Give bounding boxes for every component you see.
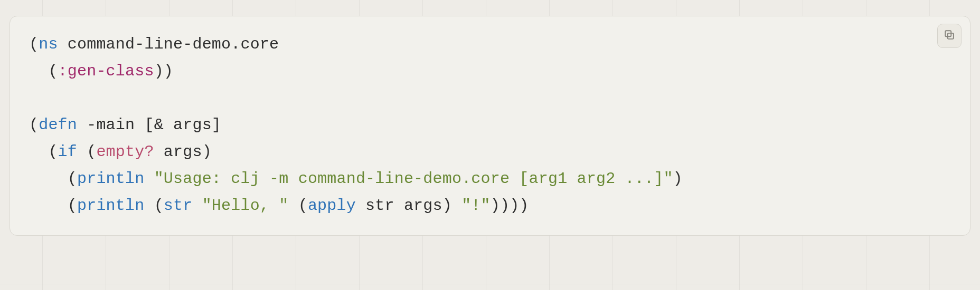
paren: (	[87, 143, 96, 161]
fn-empty: empty?	[96, 143, 154, 161]
paren: )	[491, 197, 500, 215]
code-content: (ns command-line-demo.core (:gen-class))…	[29, 31, 951, 219]
kw-defn: defn	[39, 116, 77, 134]
string-literal: "Usage: clj -m command-line-demo.core [a…	[154, 170, 673, 188]
fn-println: println	[77, 170, 144, 188]
space	[77, 143, 87, 161]
paren: (	[48, 143, 58, 161]
space	[144, 170, 154, 188]
code-block: (ns command-line-demo.core (:gen-class))…	[10, 16, 970, 236]
paren: )	[164, 62, 173, 80]
paren: )	[673, 170, 683, 188]
copy-button[interactable]	[937, 24, 962, 48]
kw-gen-class: :gen-class	[58, 62, 154, 80]
bracket: ]	[212, 116, 221, 134]
namespace: command-line-demo.core	[68, 35, 279, 53]
space	[77, 116, 87, 134]
arg: args	[404, 197, 442, 215]
space	[288, 197, 298, 215]
fn-name: -main	[87, 116, 135, 134]
space	[192, 197, 202, 215]
indent	[29, 143, 48, 161]
kw-if: if	[58, 143, 77, 161]
indent	[29, 170, 68, 188]
paren: (	[48, 62, 58, 80]
space	[356, 197, 365, 215]
space	[452, 197, 461, 215]
paren: (	[68, 197, 77, 215]
paren: (	[68, 170, 77, 188]
paren: (	[29, 35, 39, 53]
kw-ns: ns	[39, 35, 58, 53]
fn-println: println	[77, 197, 144, 215]
amp: &	[154, 116, 164, 134]
paren: (	[154, 197, 164, 215]
fn-apply: apply	[308, 197, 356, 215]
paren: )	[500, 197, 510, 215]
space	[164, 116, 173, 134]
paren: )	[202, 143, 212, 161]
paren: )	[442, 197, 452, 215]
indent	[29, 62, 48, 80]
string-literal: "Hello, "	[202, 197, 289, 215]
space	[135, 116, 144, 134]
paren: )	[519, 197, 529, 215]
space	[58, 35, 68, 53]
space	[154, 143, 164, 161]
paren: (	[298, 197, 308, 215]
string-literal: "!"	[461, 197, 491, 215]
paren: )	[510, 197, 519, 215]
arg: str	[365, 197, 394, 215]
copy-icon	[944, 29, 955, 43]
indent	[29, 197, 68, 215]
bracket: [	[144, 116, 154, 134]
space	[144, 197, 154, 215]
arg: args	[173, 116, 212, 134]
arg: args	[164, 143, 202, 161]
paren: )	[154, 62, 164, 80]
paren: (	[29, 116, 39, 134]
space	[394, 197, 404, 215]
fn-str: str	[164, 197, 193, 215]
